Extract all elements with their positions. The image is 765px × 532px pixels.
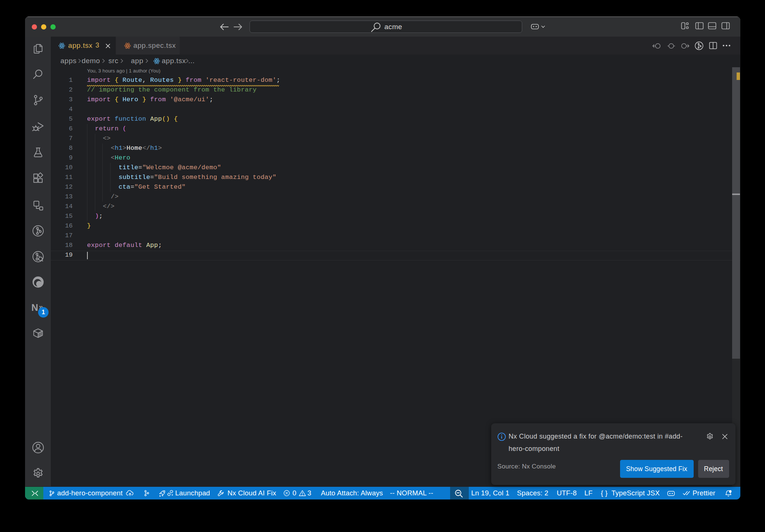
- svg-text:N: N: [31, 302, 38, 313]
